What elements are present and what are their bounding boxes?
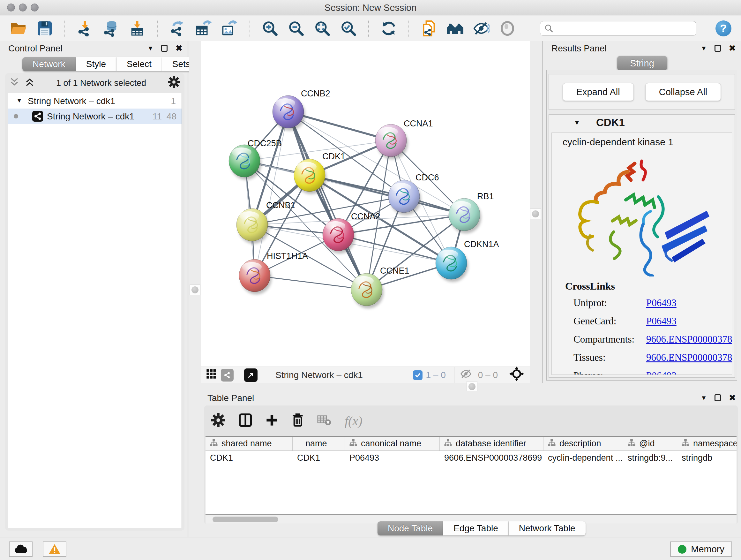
node-CDKN1A[interactable]: CDKN1A (435, 240, 499, 282)
panel-menu-icon[interactable]: ▼ (701, 394, 707, 401)
panel-menu-icon[interactable]: ▼ (147, 45, 154, 52)
node-RB1[interactable]: RB1 (449, 192, 494, 233)
tab-network-table[interactable]: Network Table (509, 521, 586, 536)
export-table-icon[interactable] (195, 19, 212, 37)
node-CCNE1[interactable]: CCNE1 (351, 266, 409, 308)
crosslink-value-link[interactable]: 9606.ENSP00000378699 (646, 352, 732, 363)
string-view-icon[interactable] (221, 369, 233, 381)
zoom-fit-icon[interactable] (313, 19, 331, 37)
horizontal-splitter[interactable] (201, 383, 741, 391)
column-header-database-identifier[interactable]: database identifier (440, 437, 543, 450)
close-panel-icon[interactable]: ✖ (729, 393, 736, 403)
node-CDK1[interactable]: CDK1 (294, 152, 345, 194)
crosslink-value-link[interactable]: 9606.ENSP00000378699 (646, 334, 732, 345)
import-database-icon[interactable] (102, 19, 120, 37)
node-CDC6[interactable]: CDC6 (388, 173, 439, 215)
close-panel-icon[interactable]: ✖ (175, 43, 183, 53)
cdk1-entry-header[interactable]: ▼ CDK1 (549, 115, 735, 131)
tab-string[interactable]: String (617, 56, 667, 71)
warnings-button[interactable] (43, 542, 66, 557)
clone-network-icon[interactable] (420, 19, 438, 37)
column-header-canonical-name[interactable]: canonical name (345, 437, 440, 450)
search-icon (544, 23, 554, 33)
table-cell[interactable]: CDK1 (293, 451, 345, 465)
export-image-icon[interactable] (221, 19, 239, 37)
open-session-icon[interactable] (10, 19, 27, 37)
home-icon[interactable] (446, 19, 464, 37)
collapse-all-networks-icon[interactable] (10, 78, 19, 89)
node-CCNB2[interactable]: CCNB2 (273, 89, 330, 131)
network-row[interactable]: String Network – cdk1 11 48 (8, 109, 182, 124)
crosslink-value-link[interactable]: P06493 (646, 297, 677, 309)
show-all-eye-icon[interactable] (498, 19, 516, 37)
zoom-in-icon[interactable] (261, 19, 279, 37)
panel-menu-icon[interactable]: ▼ (701, 45, 707, 52)
table-cell[interactable]: 9606.ENSP00000378699 (440, 451, 543, 465)
table-cell[interactable]: P06493 (345, 451, 440, 465)
table-settings-gear-icon[interactable] (211, 413, 225, 428)
selected-checkbox-icon[interactable] (413, 370, 422, 380)
column-header-description[interactable]: description (543, 437, 623, 450)
zoom-out-icon[interactable] (287, 19, 305, 37)
float-panel-icon[interactable] (715, 45, 721, 52)
float-panel-icon[interactable] (715, 394, 721, 401)
delete-column-trash-icon[interactable] (292, 413, 304, 428)
edge-CDK1-RB1[interactable] (310, 175, 464, 214)
node-HIST1H1A[interactable]: HIST1H1A (239, 251, 308, 294)
collection-caret-icon[interactable]: ▼ (16, 97, 22, 104)
save-session-icon[interactable] (36, 19, 54, 37)
cloud-button[interactable] (9, 542, 32, 557)
add-column-icon[interactable] (266, 414, 278, 428)
close-panel-icon[interactable]: ✖ (729, 43, 736, 53)
entry-caret-icon[interactable]: ▼ (574, 119, 580, 126)
table-cell[interactable]: stringdb (677, 451, 737, 465)
column-header-shared-name[interactable]: shared name (205, 437, 293, 450)
refresh-icon[interactable] (380, 19, 398, 37)
float-panel-icon[interactable] (161, 45, 167, 52)
column-header-name[interactable]: name (293, 437, 345, 450)
zoom-selected-icon[interactable] (340, 19, 357, 37)
table-cell[interactable]: stringdb:9... (623, 451, 677, 465)
right-splitter[interactable] (530, 41, 542, 383)
birds-eye-view-icon[interactable] (244, 368, 258, 382)
column-header--id[interactable]: @id (623, 437, 677, 450)
search-input[interactable] (540, 21, 696, 36)
help-button[interactable]: ? (716, 20, 731, 37)
crosslink-value-link[interactable]: P06493 (646, 370, 677, 375)
expand-all-networks-icon[interactable] (25, 78, 35, 89)
network-collection-row[interactable]: ▼ String Network – cdk1 1 (8, 93, 182, 109)
node-CCNA1[interactable]: CCNA1 (375, 119, 433, 159)
scrollbar-thumb[interactable] (212, 516, 278, 522)
edge-CCNB2-CCNE1[interactable] (288, 112, 367, 290)
splitter-handle[interactable] (467, 381, 477, 392)
fit-content-crosshair-icon[interactable] (509, 367, 524, 383)
tab-style[interactable]: Style (76, 57, 117, 71)
search-field[interactable] (556, 23, 692, 33)
memory-button[interactable]: Memory (670, 542, 732, 557)
column-header-namespace[interactable]: namespace (677, 437, 737, 450)
splitter-handle[interactable] (530, 208, 541, 219)
grid-view-icon[interactable] (206, 369, 216, 381)
crosslinks-section: CrossLinks Uniprot:P06493GeneCard:P06493… (565, 280, 732, 375)
crosslink-row: Tissues:9606.ENSP00000378699 (574, 352, 732, 363)
table-cell[interactable]: cyclin-dependent ... (543, 451, 623, 465)
import-network-icon[interactable] (76, 19, 94, 37)
tab-select[interactable]: Select (117, 57, 162, 71)
tab-node-table[interactable]: Node Table (378, 521, 443, 536)
tab-network[interactable]: Network (22, 57, 76, 71)
network-options-gear-icon[interactable] (168, 76, 180, 90)
hide-selected-eye-icon[interactable] (472, 19, 490, 37)
import-table-icon[interactable] (128, 19, 146, 37)
splitter-handle[interactable] (190, 285, 200, 295)
node-CCNB1[interactable]: CCNB1 (237, 200, 295, 244)
collapse-all-button[interactable]: Collapse All (645, 83, 721, 101)
table-cell[interactable]: CDK1 (205, 451, 293, 465)
export-network-icon[interactable] (169, 19, 186, 37)
crosslink-value-link[interactable]: P06493 (646, 315, 677, 327)
tab-edge-table[interactable]: Edge Table (443, 521, 509, 536)
table-row[interactable]: CDK1CDK1P064939606.ENSP00000378699cyclin… (205, 451, 737, 465)
show-columns-icon[interactable] (239, 413, 252, 428)
left-splitter[interactable] (189, 41, 201, 537)
expand-all-button[interactable]: Expand All (562, 83, 634, 101)
network-canvas[interactable]: CCNB2CCNA1CDC25BCDK1CDC6RB1CCNB1CCNA2CDK… (201, 41, 530, 367)
